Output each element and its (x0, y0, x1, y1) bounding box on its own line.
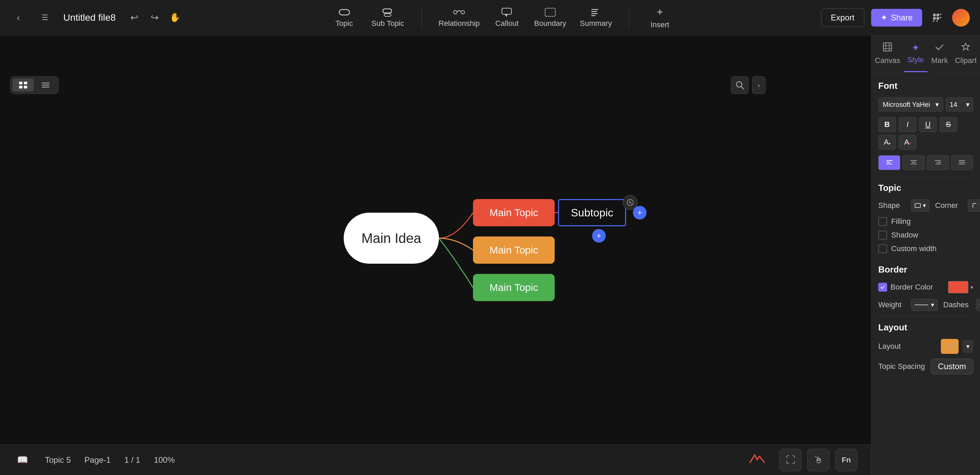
topic-node-3[interactable]: Main Topic (473, 274, 555, 301)
svg-rect-20 (19, 82, 22, 84)
border-section-title: Border (878, 264, 973, 275)
custom-spacing-button[interactable]: Custom (931, 359, 973, 374)
font-size-select[interactable]: 14 ▾ (946, 97, 973, 111)
bottom-right-buttons: ⛶ 🖱 Fn (779, 449, 858, 471)
summary-icon (590, 8, 601, 17)
format-buttons: B I U S A▾ A▾ (878, 117, 973, 150)
filling-checkbox[interactable] (878, 217, 887, 226)
toolbar-item-subtopic[interactable]: Sub Topic (372, 8, 404, 28)
list-view-button[interactable] (35, 79, 56, 92)
tab-clipart[interactable]: Clipart (951, 35, 980, 72)
mouse-button[interactable]: 🖱 (807, 449, 830, 471)
redo-button[interactable]: ↪ (146, 10, 163, 26)
align-justify-button[interactable] (951, 155, 973, 170)
plus-button-bottom[interactable]: + (592, 229, 606, 243)
shape-chevron: ▾ (923, 202, 926, 209)
plus-button-right[interactable]: + (633, 206, 646, 219)
tab-canvas[interactable]: Canvas (872, 35, 904, 72)
corner-select[interactable]: ▾ (968, 199, 980, 212)
svg-rect-50 (915, 203, 920, 208)
underline-button[interactable]: U (919, 117, 937, 132)
italic-button[interactable]: I (899, 117, 916, 132)
shadow-label: Shadow (891, 231, 918, 240)
toolbar-item-summary[interactable]: Summary (580, 8, 612, 28)
relationship-label: Relationship (439, 19, 480, 28)
toolbar-item-insert[interactable]: + Insert (646, 6, 673, 29)
card-view-button[interactable] (13, 79, 34, 92)
topic-label: Topic (336, 19, 353, 28)
layout-label: Layout (878, 342, 905, 351)
border-color-chevron: ▾ (970, 284, 973, 291)
clipart-tab-icon (961, 42, 970, 54)
main-idea-node[interactable]: Main Idea (344, 213, 439, 264)
align-right-button[interactable] (927, 155, 949, 170)
export-button[interactable]: Export (821, 8, 864, 27)
svg-rect-55 (951, 348, 954, 350)
align-left-button[interactable] (878, 155, 900, 170)
shape-select[interactable]: ▾ (911, 199, 930, 212)
italic-label: I (907, 120, 908, 129)
apps-button[interactable] (929, 10, 945, 26)
weight-dashes-row: Weight ▾ Dashes ▾ (878, 299, 973, 311)
subtopic-text: Subtopic (571, 207, 614, 219)
toolbar-item-topic[interactable]: Topic (331, 8, 358, 28)
svg-rect-18 (933, 21, 934, 22)
border-color-swatch[interactable] (948, 281, 969, 293)
toolbar-item-boundary[interactable]: Boundary (534, 8, 566, 28)
callout-label: Callout (495, 19, 519, 28)
custom-width-label: Custom width (891, 244, 937, 253)
dashes-select[interactable]: ▾ (976, 299, 980, 311)
topic-3-text: Main Topic (490, 282, 538, 293)
svg-rect-22 (19, 86, 22, 89)
align-center-button[interactable] (902, 155, 924, 170)
custom-width-row: Custom width (878, 244, 973, 253)
weight-select[interactable]: ▾ (911, 299, 938, 311)
bold-button[interactable]: B (878, 117, 896, 132)
undo-button[interactable]: ↩ (126, 10, 142, 26)
canvas-search-button[interactable] (731, 76, 749, 94)
hand-tool-button[interactable]: ✋ (167, 10, 183, 26)
topic-node-1[interactable]: Main Topic (473, 199, 555, 226)
summary-label: Summary (580, 19, 612, 28)
expand-button[interactable]: ⛶ (779, 449, 802, 471)
toolbar-center: Topic Sub Topic Relationship Callout Bo (183, 6, 821, 29)
share-icon: ✦ (881, 13, 888, 22)
fn-button[interactable]: Fn (835, 449, 858, 471)
layout-direction-select[interactable]: ▾ (963, 340, 973, 353)
layout-icon-tree[interactable] (941, 339, 959, 354)
user-avatar[interactable] (952, 9, 970, 27)
topic-node-2[interactable]: Main Topic (473, 237, 555, 264)
font-family-row: Microsoft YaHei ▾ 14 ▾ (878, 97, 973, 111)
svg-rect-17 (940, 17, 941, 18)
menu-button[interactable]: ☰ (37, 10, 53, 26)
left-view-toolbar (10, 76, 59, 94)
toolbar-item-callout[interactable]: Callout (493, 8, 520, 28)
collapse-panel-button[interactable]: › (752, 76, 765, 94)
tab-style[interactable]: ✦ Style (904, 35, 928, 72)
back-button[interactable]: ‹ (10, 10, 27, 26)
font-color-button[interactable]: A▾ (878, 135, 896, 150)
border-color-checkbox[interactable] (878, 283, 887, 292)
subtopic-icon (382, 8, 394, 17)
bg-color-button[interactable]: A▾ (899, 135, 916, 150)
filling-label: Filling (891, 217, 911, 226)
topic-count-label: Topic 5 (45, 455, 71, 465)
book-icon-button[interactable]: 📖 (14, 451, 31, 469)
tab-mark[interactable]: Mark (928, 35, 951, 72)
strikethrough-button[interactable]: S (940, 117, 957, 132)
font-family-select[interactable]: Microsoft YaHei ▾ (878, 97, 943, 111)
subtopic-node[interactable]: Subtopic (558, 199, 626, 226)
mark-tab-icon (935, 42, 944, 54)
bg-color-label: A▾ (904, 138, 911, 147)
border-color-row: Border Color ▾ (878, 281, 973, 293)
subtopic-label: Sub Topic (372, 19, 404, 28)
svg-line-57 (948, 346, 951, 349)
divider-1 (878, 177, 973, 177)
share-button[interactable]: ✦ Share (871, 9, 922, 27)
toolbar-item-relationship[interactable]: Relationship (439, 8, 480, 28)
weight-label: Weight (878, 300, 905, 309)
shadow-checkbox[interactable] (878, 231, 887, 240)
svg-rect-6 (502, 8, 511, 14)
custom-width-checkbox[interactable] (878, 244, 887, 253)
mark-tab-label: Mark (931, 56, 948, 65)
